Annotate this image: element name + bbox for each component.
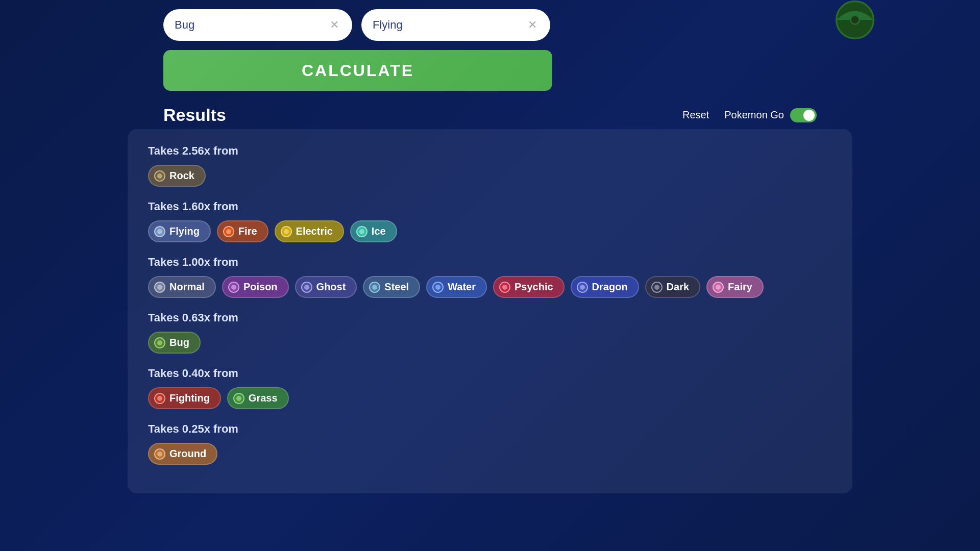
results-header: Results Reset Pokemon Go	[0, 96, 980, 129]
type-badges-4: FightingGrass	[148, 387, 832, 409]
damage-label-5: Takes 0.25x from	[148, 422, 832, 436]
type-dot-water	[432, 282, 444, 293]
type-input-2-value: Flying	[373, 18, 526, 32]
svg-point-3	[157, 229, 162, 234]
type-badges-5: Ground	[148, 443, 832, 465]
type-dot-dragon	[577, 282, 588, 293]
type-dot-grass	[233, 393, 244, 404]
damage-label-4: Takes 0.40x from	[148, 367, 832, 380]
type-name-ghost: Ghost	[316, 281, 346, 293]
type-dot-poison	[228, 282, 239, 293]
type-badge-ground: Ground	[148, 443, 217, 465]
reset-button[interactable]: Reset	[682, 109, 709, 121]
svg-point-17	[157, 396, 162, 401]
type-badge-dragon: Dragon	[571, 276, 639, 298]
type-badge-grass: Grass	[227, 387, 289, 409]
calculate-button[interactable]: CALCULATE	[163, 50, 552, 91]
type-dot-bug	[154, 337, 165, 348]
type-badge-poison: Poison	[222, 276, 289, 298]
svg-point-11	[435, 285, 440, 290]
svg-point-18	[236, 396, 241, 401]
pokeball-decoration	[832, 0, 878, 40]
type-name-water: Water	[448, 281, 476, 293]
damage-section-0: Takes 2.56x fromRock	[148, 144, 832, 187]
type-badge-psychic: Psychic	[493, 276, 565, 298]
type-dot-ground	[154, 448, 165, 460]
type-badge-flying: Flying	[148, 220, 211, 242]
svg-point-8	[231, 285, 236, 290]
type-name-fairy: Fairy	[728, 281, 752, 293]
type-name-psychic: Psychic	[514, 281, 553, 293]
type-badge-rock: Rock	[148, 165, 206, 187]
type-badge-dark: Dark	[645, 276, 700, 298]
type-dot-fighting	[154, 393, 165, 404]
svg-point-6	[359, 229, 364, 234]
type-name-dark: Dark	[667, 281, 689, 293]
pokemon-go-toggle-switch[interactable]	[790, 108, 817, 122]
type-badges-2: NormalPoisonGhostSteelWaterPsychicDragon…	[148, 276, 832, 298]
type-dot-rock	[154, 170, 165, 182]
type-name-fighting: Fighting	[169, 392, 210, 404]
damage-section-4: Takes 0.40x fromFightingGrass	[148, 367, 832, 409]
type-badges-1: FlyingFireElectricIce	[148, 220, 832, 242]
svg-point-9	[304, 285, 309, 290]
type-input-1: Bug ✕	[163, 9, 352, 41]
type-name-ground: Ground	[169, 448, 206, 460]
type-name-flying: Flying	[169, 226, 200, 237]
type-dot-flying	[154, 226, 165, 237]
type-name-fire: Fire	[238, 226, 257, 237]
calculate-area: CALCULATE	[0, 50, 980, 91]
svg-point-4	[226, 229, 231, 234]
svg-point-13	[580, 285, 585, 290]
results-container: Takes 2.56x fromRockTakes 1.60x fromFlyi…	[128, 129, 852, 493]
type-badge-normal: Normal	[148, 276, 216, 298]
clear-input-1-button[interactable]: ✕	[328, 18, 341, 32]
pokemon-go-label: Pokemon Go	[724, 109, 784, 121]
type-badge-steel: Steel	[363, 276, 420, 298]
type-badge-ghost: Ghost	[295, 276, 357, 298]
svg-point-14	[654, 285, 659, 290]
type-name-dragon: Dragon	[592, 281, 628, 293]
type-badge-ice: Ice	[350, 220, 397, 242]
damage-section-2: Takes 1.00x fromNormalPoisonGhostSteelWa…	[148, 256, 832, 298]
svg-point-5	[284, 229, 289, 234]
clear-input-2-button[interactable]: ✕	[526, 18, 539, 32]
type-badge-fairy: Fairy	[706, 276, 764, 298]
type-name-normal: Normal	[169, 281, 205, 293]
damage-label-0: Takes 2.56x from	[148, 144, 832, 158]
damage-label-3: Takes 0.63x from	[148, 311, 832, 324]
type-input-1-value: Bug	[175, 18, 328, 32]
type-dot-fire	[223, 226, 234, 237]
type-badge-electric: Electric	[275, 220, 344, 242]
damage-section-1: Takes 1.60x fromFlyingFireElectricIce	[148, 200, 832, 242]
svg-point-7	[157, 285, 162, 290]
type-badge-bug: Bug	[148, 332, 201, 354]
type-name-bug: Bug	[169, 337, 189, 348]
type-badge-water: Water	[426, 276, 487, 298]
toggle-knob	[803, 110, 815, 121]
damage-label-1: Takes 1.60x from	[148, 200, 832, 213]
type-dot-fairy	[713, 282, 724, 293]
type-dot-normal	[154, 282, 165, 293]
header-right: Reset Pokemon Go	[682, 108, 817, 122]
type-inputs-area: Bug ✕ Flying ✕	[0, 0, 980, 50]
svg-point-15	[716, 285, 721, 290]
svg-point-19	[157, 452, 162, 457]
type-name-electric: Electric	[296, 226, 333, 237]
svg-point-2	[157, 173, 162, 179]
type-badges-0: Rock	[148, 165, 832, 187]
type-dot-ice	[356, 226, 368, 237]
pokeball-svg	[832, 0, 878, 40]
type-name-rock: Rock	[169, 170, 194, 182]
svg-point-12	[502, 285, 507, 290]
pokemon-go-toggle-area: Pokemon Go	[724, 108, 817, 122]
type-badge-fighting: Fighting	[148, 387, 221, 409]
type-dot-psychic	[499, 282, 510, 293]
damage-section-3: Takes 0.63x fromBug	[148, 311, 832, 354]
results-title: Results	[163, 105, 226, 125]
damage-section-5: Takes 0.25x fromGround	[148, 422, 832, 465]
type-name-grass: Grass	[249, 392, 278, 404]
type-dot-steel	[369, 282, 380, 293]
type-badges-3: Bug	[148, 332, 832, 354]
type-name-steel: Steel	[384, 281, 409, 293]
